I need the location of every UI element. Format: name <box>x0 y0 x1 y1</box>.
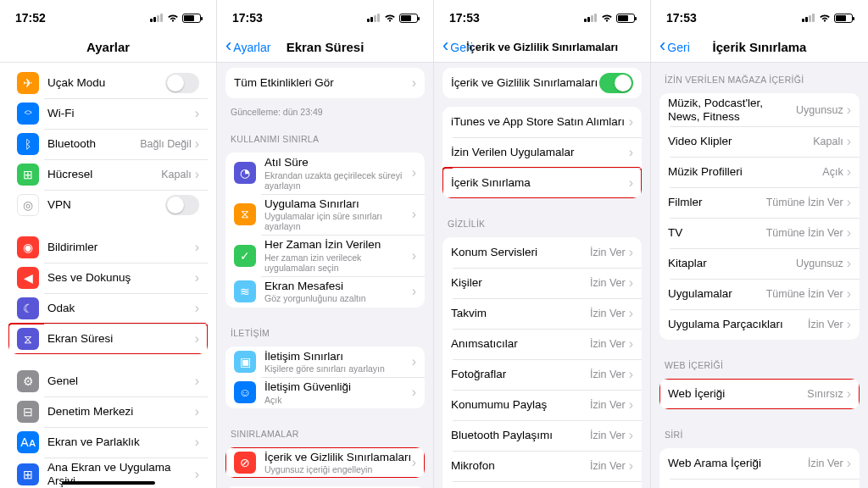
display-icon: Aᴀ <box>17 431 39 453</box>
wifi-icon <box>601 12 613 24</box>
chevron-right-icon <box>629 307 633 320</box>
chevron-right-icon <box>195 168 199 181</box>
row-item[interactable]: Takvimİzin Ver <box>442 298 642 329</box>
row-label: iTunes ve App Store Satın Alımları <box>451 115 629 129</box>
chevron-right-icon <box>195 374 199 388</box>
row-master-toggle[interactable]: İçerik ve Gizlilik Sınırlamaları <box>442 68 642 98</box>
row-display-icon[interactable]: AᴀEkran ve Parlaklık <box>8 427 208 458</box>
chevron-right-icon <box>195 468 199 481</box>
row-item[interactable]: FilmlerTümüne İzin Ver <box>659 187 860 218</box>
row-item[interactable]: Konumumu Paylaşİzin Ver <box>442 390 642 420</box>
row-item[interactable]: Fotoğraflarİzin Ver <box>442 359 642 390</box>
row-comm-safety-icon[interactable]: ☺︎İletişim GüvenliğiAçık <box>225 377 425 408</box>
row-label: Kişiler <box>451 276 590 290</box>
status-bar: 17:53 <box>434 0 650 32</box>
back-button[interactable]: Ayarlar <box>225 41 270 54</box>
row-vpn-icon[interactable]: ◎VPN <box>8 190 208 220</box>
chevron-right-icon <box>195 137 199 151</box>
row-app-limits-icon[interactable]: ⧖Uygulama SınırlarıUygulamalar için süre… <box>225 194 425 236</box>
row-value: İzin Ver <box>590 338 626 350</box>
row-bluetooth-icon[interactable]: ᛒBluetoothBağlı Değil <box>8 129 208 159</box>
row-comm-limits-icon[interactable]: ▣İletişim SınırlarıKişilere göre sınırla… <box>225 347 425 378</box>
row-item[interactable]: TVTümüne İzin Ver <box>659 218 860 248</box>
toggle-master[interactable] <box>599 73 633 93</box>
row-value: İzin Ver <box>590 247 626 258</box>
row-wifi-icon[interactable]: ⌔Wi-Fi <box>8 98 208 129</box>
row-item[interactable]: Konuşma Tanımaİzin Ver <box>442 481 642 488</box>
row-item[interactable]: iTunes ve App Store Satın Alımları <box>442 107 642 137</box>
chevron-right-icon <box>847 318 851 331</box>
status-bar: 17:53 <box>651 0 868 32</box>
row-item[interactable]: KitaplarUygunsuz <box>659 248 860 279</box>
row-item[interactable]: Web İçeriğiSınırsız <box>659 379 860 409</box>
row-item[interactable]: Web Arama İçeriğiİzin Ver <box>659 448 860 479</box>
row-item[interactable]: Video KliplerKapalı <box>659 126 860 157</box>
row-label: İçerik Sınırlama <box>451 176 629 190</box>
row-screen-distance-icon[interactable]: ≋Ekran MesafesiGöz yorgunluğunu azaltın <box>225 276 425 308</box>
chevron-left-icon <box>659 41 665 54</box>
row-focus-icon[interactable]: ☾Odak <box>8 293 208 324</box>
row-label: Web Arama İçeriği <box>668 457 808 470</box>
row-item[interactable]: Müzik, Podcast'ler, News, FitnessUygunsu… <box>659 93 860 126</box>
row-subtitle: Kişilere göre sınırları ayarlayın <box>264 363 412 374</box>
chevron-right-icon <box>412 456 416 469</box>
toggle[interactable] <box>165 195 199 215</box>
back-button[interactable]: Geri <box>442 41 473 54</box>
row-value: Uygunsuz <box>796 104 843 116</box>
row-cellular-icon[interactable]: ⊞HücreselKapalı <box>8 159 208 190</box>
row-item[interactable]: Mikrofonİzin Ver <box>442 451 642 481</box>
row-label: Konum Servisleri <box>451 246 590 259</box>
row-general-icon[interactable]: ⚙︎Genel <box>8 366 208 396</box>
section-header: KULLANIMI SINIRLA <box>217 122 433 147</box>
back-button[interactable]: Geri <box>659 41 690 54</box>
battery-icon <box>834 14 853 23</box>
row-item[interactable]: Konum Servisleriİzin Ver <box>442 237 642 268</box>
row-label: Uçak Modu <box>47 76 165 90</box>
row-notifications-icon[interactable]: ◉Bildirimler <box>8 232 208 263</box>
chevron-right-icon <box>629 398 633 412</box>
row-control-center-icon[interactable]: ⊟Denetim Merkezi <box>8 396 208 427</box>
row-item[interactable]: Bluetooth Paylaşımıİzin Ver <box>442 420 642 451</box>
row-item[interactable]: UygulamalarTümüne İzin Ver <box>659 279 860 309</box>
chevron-right-icon <box>412 249 416 263</box>
chevron-right-icon <box>847 103 851 117</box>
airplane-icon: ✈︎ <box>17 72 39 94</box>
row-airplane-icon[interactable]: ✈︎Uçak Modu <box>8 68 208 98</box>
row-item[interactable]: İçerik Sınırlama <box>442 168 642 198</box>
row-sounds-icon[interactable]: ◀︎Ses ve Dokunuş <box>8 263 208 293</box>
toggle[interactable] <box>165 73 199 93</box>
row-screentime-icon[interactable]: ⧖Ekran Süresi <box>8 324 208 354</box>
row-item[interactable]: Anımsatıcılarİzin Ver <box>442 329 642 359</box>
row-item[interactable]: Uygulama Parçacıklarıİzin Ver <box>659 309 860 340</box>
section-header: WEB İÇERİĞİ <box>651 348 868 374</box>
row-item[interactable]: Müzik ProfilleriAçık <box>659 157 860 187</box>
nav-bar: Geri İçerik ve Gizlilik Sınırlamaları <box>434 32 650 63</box>
sounds-icon: ◀︎ <box>17 267 39 289</box>
row-subtitle: Ekrandan uzakta geçirilecek süreyi ayarl… <box>264 170 412 191</box>
chevron-right-icon <box>629 429 633 442</box>
row-label: TV <box>668 226 766 240</box>
chevron-left-icon <box>442 41 448 54</box>
chevron-right-icon <box>847 457 851 470</box>
row-always-allowed-icon[interactable]: ✓Her Zaman İzin VerilenHer zaman izin ve… <box>225 235 425 276</box>
row-item[interactable]: Uygunsuz Dilİzin Ver <box>659 479 860 488</box>
row-value: İzin Ver <box>590 430 626 441</box>
chevron-right-icon <box>629 337 633 351</box>
notifications-icon: ◉ <box>17 236 39 258</box>
chevron-right-icon <box>629 246 633 259</box>
row-content-restrict-icon[interactable]: ⊘İçerik ve Gizlilik SınırlamalarıUygunsu… <box>225 447 425 479</box>
row-subtitle: Açık <box>264 395 412 405</box>
screentime-icon: ⧖ <box>17 328 39 350</box>
chevron-right-icon <box>847 387 851 401</box>
row-item[interactable]: İzin Verilen Uygulamalar <box>442 137 642 168</box>
row-label: Takvim <box>451 307 590 320</box>
chevron-right-icon <box>195 107 199 120</box>
row-item[interactable]: Kişilerİzin Ver <box>442 268 642 298</box>
row-downtime-icon[interactable]: ◔Atıl SüreEkrandan uzakta geçirilecek sü… <box>225 152 425 194</box>
chevron-right-icon <box>195 302 199 315</box>
chevron-right-icon <box>847 135 851 148</box>
wifi-icon <box>819 12 831 24</box>
wifi-icon <box>167 12 179 24</box>
row-all-activity[interactable]: Tüm Etkinlikleri Gör <box>225 68 425 98</box>
row-value: Uygunsuz <box>796 258 843 269</box>
